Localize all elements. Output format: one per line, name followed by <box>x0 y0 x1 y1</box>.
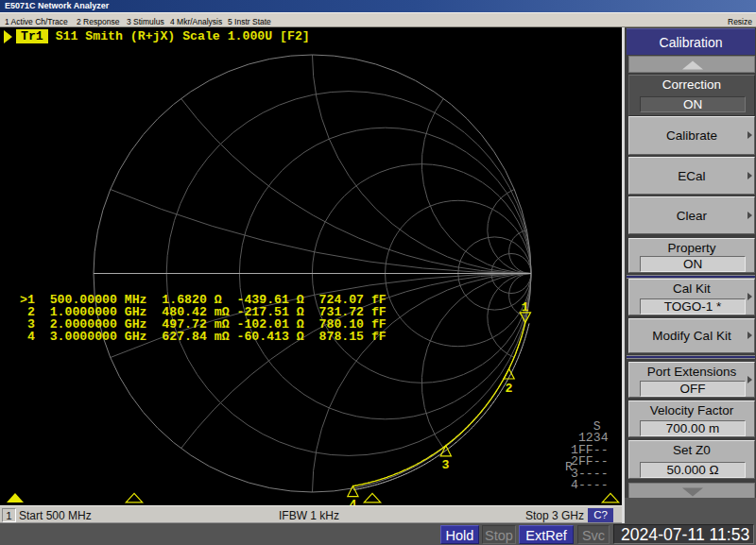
svg-text:3: 3 <box>442 458 450 472</box>
svg-text:2: 2 <box>506 382 513 396</box>
svg-text:4: 4 <box>350 498 357 506</box>
svg-text:1: 1 <box>522 300 529 315</box>
